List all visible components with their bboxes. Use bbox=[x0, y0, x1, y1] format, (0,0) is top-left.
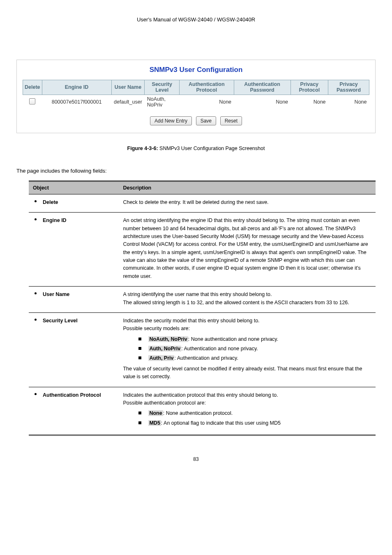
bullet-icon bbox=[35, 200, 37, 202]
col-auth-password: Authentication Password bbox=[234, 80, 291, 95]
col-priv-password: Privacy Password bbox=[328, 80, 369, 95]
page-number: 83 bbox=[16, 456, 376, 462]
figure-caption: Figure 4-3-6: SNMPv3 User Configuration … bbox=[16, 146, 376, 151]
description-table: Object Description Delete Check to delet… bbox=[29, 180, 376, 436]
desc-row-delete: Delete Check to delete the entry. It wil… bbox=[29, 194, 376, 212]
panel-title: SNMPv3 User Configuration bbox=[23, 66, 369, 74]
cell-priv-pass: None bbox=[328, 95, 369, 109]
table-row: 800007e5017f000001 default_user NoAuth, … bbox=[23, 95, 369, 109]
add-new-entry-button[interactable]: Add New Entry bbox=[150, 116, 192, 125]
col-auth-protocol: Authentication Protocol bbox=[180, 80, 234, 95]
cell-auth-pass: None bbox=[234, 95, 291, 109]
desc-head-object: Object bbox=[29, 181, 119, 194]
desc-row-security-level: Security Level Indicates the security mo… bbox=[29, 312, 376, 387]
col-security-level: Security Level bbox=[145, 80, 180, 95]
col-delete: Delete bbox=[23, 80, 42, 95]
desc-row-engine-id: Engine ID An octet string identifying th… bbox=[29, 213, 376, 287]
save-button[interactable]: Save bbox=[196, 116, 216, 125]
bullet-icon bbox=[35, 218, 37, 220]
reset-button[interactable]: Reset bbox=[220, 116, 242, 125]
cell-sec-level: NoAuth, NoPriv bbox=[145, 95, 180, 109]
delete-checkbox[interactable] bbox=[29, 98, 35, 104]
desc-head-description: Description bbox=[119, 181, 376, 194]
col-engine-id: Engine ID bbox=[42, 80, 111, 95]
snmp-table: Delete Engine ID User Name Security Leve… bbox=[23, 80, 369, 109]
desc-row-user-name: User Name A string identifying the user … bbox=[29, 287, 376, 313]
cell-user-name: default_user bbox=[111, 95, 145, 109]
snmp-screenshot-panel: SNMPv3 User Configuration Delete Engine … bbox=[16, 60, 376, 133]
bullet-icon bbox=[35, 393, 37, 395]
desc-row-auth-protocol: Authentication Protocol Indicates the au… bbox=[29, 387, 376, 435]
doc-header: User's Manual of WGSW-24040 / WGSW-24040… bbox=[16, 16, 376, 23]
cell-auth-proto: None bbox=[180, 95, 234, 109]
bullet-icon bbox=[35, 292, 37, 294]
cell-engine-id: 800007e5017f000001 bbox=[42, 95, 111, 109]
cell-priv-proto: None bbox=[291, 95, 328, 109]
col-user-name: User Name bbox=[111, 80, 145, 95]
lead-text: The page includes the following fields: bbox=[16, 168, 376, 174]
bullet-icon bbox=[35, 319, 37, 321]
col-priv-protocol: Privacy Protocol bbox=[291, 80, 328, 95]
